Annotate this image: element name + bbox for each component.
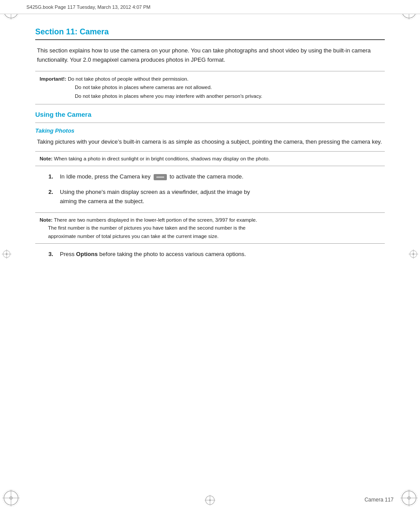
step-3-num: 3. [48,250,60,259]
footer: Camera 117 [365,497,394,503]
header-bar: S425G.book Page 117 Tuesday, March 13, 2… [0,0,420,14]
section-title: Section 11: Camera [35,27,385,37]
side-mark-right [409,249,418,260]
note1-text: When taking a photo in direct sunlight o… [54,156,270,161]
step-1-text: In Idle mode, press the Camera key to ac… [60,172,385,182]
step-2-text: Using the phone's main display screen as… [60,188,385,206]
side-mark-left [2,249,11,260]
important-line-3: Do not take photos in places where you m… [40,93,262,99]
note1-label: Note: [40,156,52,161]
sub-sub-heading: Taking Photos [35,127,385,134]
svg-point-35 [413,253,414,255]
subsection-divider [35,123,385,123]
step-2-num: 2. [48,188,60,197]
note-box-1: Note: When taking a photo in direct sunl… [35,151,385,166]
important-label: Important!: [40,76,66,82]
corner-mark-br [400,489,418,507]
numbered-list: 1. In Idle mode, press the Camera key to… [48,172,385,206]
page-container: S425G.book Page 117 Tuesday, March 13, 2… [0,0,420,509]
subsection-heading: Using the Camera [35,111,385,118]
note-box-2: Note: There are two numbers displayed in… [35,212,385,244]
intro-text: This section explains how to use the cam… [35,46,385,65]
taking-photos-text: Taking pictures with your device’s built… [35,137,385,147]
important-box: Important!: Do not take photos of people… [35,71,385,105]
note2-text: There are two numbers displayed in the l… [40,217,257,239]
footer-text: Camera 117 [365,497,394,503]
step-2: 2. Using the phone's main display screen… [48,188,385,206]
camera-key-icon [154,174,167,180]
corner-mark-bl [2,489,20,507]
step-1-num: 1. [48,172,60,182]
options-bold: Options [76,251,98,257]
important-line-2: Do not take photos in places where camer… [40,85,212,90]
header-text: S425G.book Page 117 Tuesday, March 13, 2… [26,4,151,10]
section-divider [35,39,385,40]
important-line-1: Do not take photos of people without the… [68,76,188,82]
note2-label: Note: [40,217,52,223]
step-3: 3. Press Options before taking the photo… [48,250,385,259]
side-mark-bottom [204,494,216,507]
svg-point-27 [209,499,211,501]
main-content: Section 11: Camera This section explains… [26,19,394,491]
step-3-list: 3. Press Options before taking the photo… [48,250,385,259]
step-3-text: Press Options before taking the photo to… [60,250,385,259]
step-1: 1. In Idle mode, press the Camera key to… [48,172,385,182]
svg-point-31 [6,253,7,255]
